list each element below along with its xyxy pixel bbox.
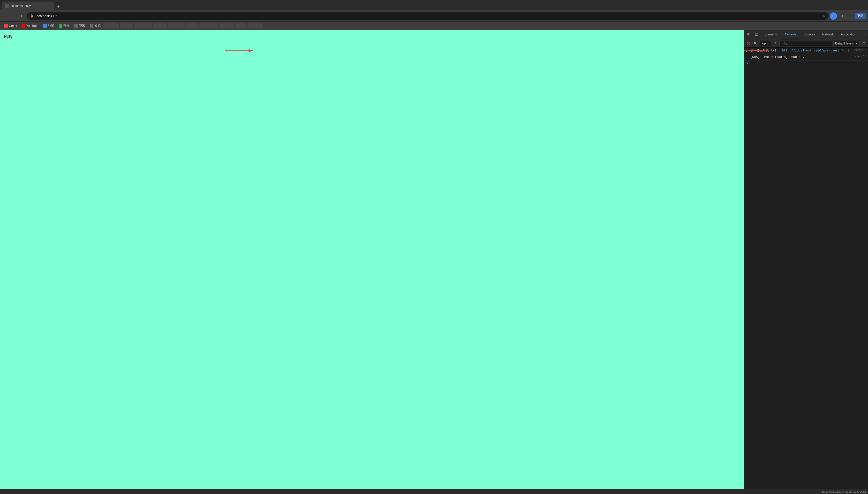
console-settings-button[interactable]: ⚙ [861,40,867,46]
entry-text-wds: [WDS] Live Reloading enabled. [750,55,804,59]
bookmark-youtube-label: YouTube [26,24,38,28]
news-favicon [74,24,78,28]
menu-button[interactable]: ⋮ [846,13,853,20]
tab-favicon [5,4,9,8]
log-level-chevron: ▼ [855,42,858,45]
devtools-icons-left [744,31,761,38]
console-input[interactable] [749,61,866,65]
red-arrow-indicator [744,50,768,52]
browser-window: localhost:3005 × + ← → ↻ 🔒 localhost:300… [0,0,868,494]
svg-point-6 [756,35,756,36]
console-entry-wds-log: [WDS] Live Reloading enabled. client:52 [744,54,868,60]
devtools-device-button[interactable] [753,31,760,38]
bookmark-gmail-label: Gmail [9,24,17,28]
bookmark-gmail[interactable]: Gmail [2,23,19,29]
toolbar: ← → ↻ 🔒 localhost:3005 ☆ P ⊕ ⋮ 更新 [0,10,868,22]
console-prompt: > [744,60,868,66]
devtools-header: Elements Console Sources Network Applica… [744,30,868,39]
console-filter-input[interactable] [779,41,832,46]
svg-rect-0 [747,33,749,34]
devtools-tabs: Elements Console Sources Network Applica… [761,30,868,39]
prompt-icon: > [746,61,748,65]
entry-link[interactable]: http://localhost:3000/api/userInfo [782,49,845,53]
bookmark-news-label: 资讯 [79,23,85,28]
svg-rect-4 [755,33,757,36]
maps-favicon [43,24,47,28]
bookmark-resources[interactable]: 资源 [88,23,103,29]
devtools-tab-elements[interactable]: Elements [761,30,782,39]
page-content: 哈哈 [0,30,744,489]
url-display: localhost:3005 [36,14,820,18]
forward-button[interactable]: → [11,13,18,20]
console-toolbar: 🚫 🔍 top ▼ 👁 Default levels ▼ ⚙ [744,39,868,48]
bookmark-maps[interactable]: 地图 [41,23,56,29]
console-eye-button[interactable]: 👁 [772,40,778,46]
entry-icon-2 [744,54,749,60]
context-selector[interactable]: top ▼ [760,41,771,46]
bookmark-translate-label: 翻译 [63,23,70,28]
console-entry-api-log: ▶ 访问开发环境 API [ http://localhost:3000/api… [744,48,868,54]
svg-rect-5 [757,34,758,35]
console-clear-button[interactable]: 🚫 [745,40,751,46]
tab-bar: localhost:3005 × + [0,0,868,10]
bookmark-maps-label: 地图 [48,23,54,28]
bookmarks-bar: Gmail YouTube 地图 翻译 资讯 资源 [0,22,868,30]
tab-title: localhost:3005 [12,4,44,8]
back-button[interactable]: ← [2,13,9,20]
entry-text-after: ] [845,49,849,53]
entry-source-indexjs[interactable]: index.js:7 [852,48,868,52]
page-main-text: 哈哈 [4,34,13,40]
profile-button[interactable]: P [830,13,837,20]
entry-source-client[interactable]: client:52 [853,54,868,59]
devtools-tab-more[interactable]: » [860,30,868,39]
active-tab[interactable]: localhost:3005 × [2,2,54,10]
bookmark-news[interactable]: 资讯 [72,23,87,29]
status-bar: https://blog.csdn.net/oq_39872652 [0,489,868,494]
devtools-tab-network[interactable]: Network [818,30,837,39]
lock-icon: 🔒 [30,14,34,18]
address-bar[interactable]: 🔒 localhost:3005 ☆ [27,13,829,20]
reload-button[interactable]: ↻ [19,13,26,20]
bookmark-star-icon[interactable]: ☆ [822,14,826,18]
resources-favicon [90,24,93,28]
log-level-label: Default levels [835,42,854,45]
devtools-panel: Elements Console Sources Network Applica… [744,30,868,489]
console-output[interactable]: ▶ 访问开发环境 API [ http://localhost:3000/api… [744,48,868,489]
bookmark-resources-label: 资源 [94,23,101,28]
translate-favicon [59,24,62,28]
entry-content-wds: [WDS] Live Reloading enabled. [749,54,853,60]
devtools-inspect-button[interactable] [745,31,752,38]
youtube-favicon [21,24,25,28]
bookmark-youtube[interactable]: YouTube [19,23,40,29]
console-filter-toggle[interactable]: 🔍 [752,40,758,46]
log-level-selector[interactable]: Default levels ▼ [833,41,860,46]
extension-button[interactable]: ⊕ [838,13,845,20]
update-button[interactable]: 更新 [854,13,866,19]
gmail-favicon [4,24,8,28]
status-url: https://blog.csdn.net/oq_39872652 [822,490,866,493]
devtools-tab-console[interactable]: Console [782,30,800,39]
new-tab-button[interactable]: + [55,3,62,10]
main-area: 哈哈 [0,30,868,489]
context-label: top [761,42,766,45]
tab-close-button[interactable]: × [46,4,51,8]
context-chevron: ▼ [767,42,769,45]
devtools-tab-sources[interactable]: Sources [800,30,818,39]
toolbar-right: P ⊕ ⋮ 更新 [830,13,866,20]
bookmark-translate[interactable]: 翻译 [57,23,72,29]
devtools-tab-application[interactable]: Application [837,30,860,39]
